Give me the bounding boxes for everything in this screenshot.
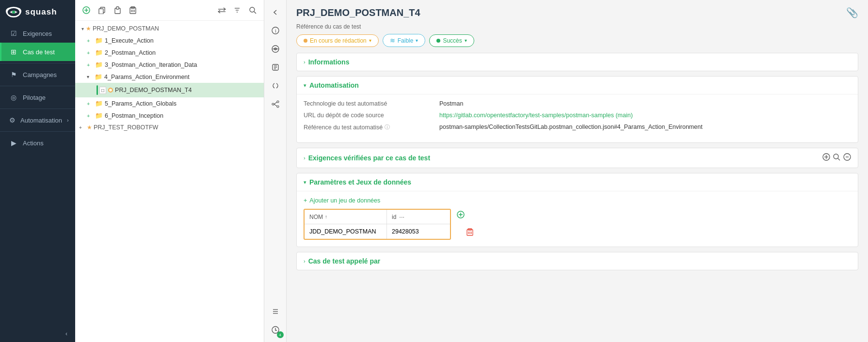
section-cas-appele: › Cas de test appelé par [296, 252, 858, 270]
sidebar-item-label-cas-de-test: Cas de test [23, 48, 55, 56]
svg-line-33 [274, 104, 277, 106]
section-params-header[interactable]: ▾ Paramètres et Jeux de données [297, 173, 858, 191]
page-title: PRJ_DEMO_POSTMAN_T4 [296, 7, 840, 18]
col-options-button[interactable]: ··· [399, 213, 404, 220]
tree-project-1-label: PRJ_DEMO_POSTMAN [93, 25, 159, 32]
section-exigences-header[interactable]: › Exigences vérifiées par ce cas de test [297, 148, 858, 168]
section-params-body: + Ajouter un jeu de données NOM ↑ id ·· [297, 191, 858, 247]
tree-panel: ▾ ★ PRJ_DEMO_POSTMAN + 📁 1_Execute_Actio… [75, 0, 264, 342]
folder-2-icon: 📁 [95, 49, 103, 56]
tree-search-button[interactable] [246, 4, 259, 16]
link-button[interactable] [267, 41, 284, 57]
info-row-reference: Référence du test automatisé ⓘ postman-s… [304, 124, 851, 131]
add-child-icon-6: + [87, 113, 94, 119]
list-view-button[interactable] [267, 303, 284, 320]
section-informations-header[interactable]: › Informations [297, 53, 858, 71]
add-project-2-icon: + [79, 125, 86, 130]
checklist-button[interactable] [267, 59, 284, 76]
svg-point-29 [277, 101, 279, 103]
sidebar-item-exigences[interactable]: ☑ Exigences [0, 24, 75, 43]
status-redaction-button[interactable]: En cours de rédaction ▾ [296, 34, 379, 47]
tree-testcase-1[interactable]: □ PRJ_DEMO_POSTMAN_T4 [75, 83, 264, 97]
tree-testcase-1-label: PRJ_DEMO_POSTMAN_T4 [115, 87, 192, 93]
sort-up-icon: ↑ [325, 214, 327, 219]
tree-folder-3[interactable]: + 📁 3_Postman_Action_Iteration_Data [75, 59, 264, 71]
tree-content: ▾ ★ PRJ_DEMO_POSTMAN + 📁 1_Execute_Actio… [75, 21, 264, 342]
tree-sort-button[interactable] [231, 4, 243, 16]
add-dataset-plus-icon: + [304, 197, 307, 204]
sidebar-item-actions[interactable]: ▶ Actions [0, 134, 75, 152]
section-exigences-actions [822, 153, 851, 163]
technologie-label: Technologie du test automatisé [304, 100, 439, 107]
tree-add-button[interactable] [80, 4, 93, 16]
tree-paste-button[interactable] [111, 4, 124, 16]
folder-6-icon: 📁 [95, 112, 103, 119]
col-id: id ··· [387, 210, 450, 224]
main-scroll[interactable]: › Informations ▾ Automatisation Technolo… [287, 53, 868, 342]
tree-folder-1[interactable]: + 📁 1_Execute_Action [75, 34, 264, 47]
tree-folder-5[interactable]: + 📁 5_Params_Action_Globals [75, 97, 264, 109]
status-faible-button[interactable]: ≋ Faible ▾ [383, 34, 426, 47]
table-row: JDD_DEMO_POSTMAN 29428053 [305, 224, 450, 239]
add-child-icon-2: + [87, 50, 94, 56]
cell-id: 29428053 [387, 224, 450, 239]
sidebar-item-pilotage[interactable]: ◎ Pilotage [0, 88, 75, 107]
status-bar: En cours de rédaction ▾ ≋ Faible ▾ Succè… [287, 34, 868, 53]
cell-nom: JDD_DEMO_POSTMAN [305, 224, 387, 239]
add-dataset-button[interactable]: + Ajouter un jeu de données [304, 197, 851, 204]
braces-button[interactable] [267, 78, 284, 94]
tree-copy-button[interactable] [96, 4, 108, 16]
tree-folder-6[interactable]: + 📁 6_Postman_Inception [75, 109, 264, 122]
sidebar-item-label-campagnes: Campagnes [23, 71, 57, 78]
section-cas-appele-header[interactable]: › Cas de test appelé par [297, 252, 858, 270]
section-automatisation-header[interactable]: ▾ Automatisation [297, 77, 858, 94]
exigences-icon: ☑ [9, 30, 18, 37]
exigences-remove-button[interactable] [843, 153, 851, 163]
info-button[interactable]: i [267, 22, 284, 39]
table-delete-actions [466, 228, 473, 238]
table-delete-button[interactable] [466, 228, 473, 238]
url-label: URL du dépôt de code source [304, 112, 439, 119]
exigences-title: Exigences vérifiées par ce cas de test [308, 154, 430, 162]
table-side-actions [457, 211, 465, 220]
tree-project-1[interactable]: ▾ ★ PRJ_DEMO_POSTMAN [75, 23, 264, 34]
tc-status-icon [108, 88, 113, 93]
help-icon: ⓘ [385, 124, 390, 131]
sidebar-collapse-button[interactable]: ‹ [0, 326, 75, 342]
tree-folder-2[interactable]: + 📁 2_Postman_Action [75, 47, 264, 59]
info-row-url: URL du dépôt de code source https://gitl… [304, 112, 851, 119]
tree-transfer-button[interactable] [215, 4, 228, 16]
succes-chevron-icon: ▾ [465, 38, 467, 43]
succes-dot [436, 39, 440, 43]
status-succes-button[interactable]: Succès ▾ [429, 34, 474, 47]
tree-folder-3-label: 3_Postman_Action_Iteration_Data [105, 62, 197, 68]
sidebar-item-cas-de-test[interactable]: ⊞ Cas de test [0, 43, 75, 61]
tree-project-2[interactable]: + ★ PRJ_TEST_ROBOTFW [75, 122, 264, 133]
logo-text: squash [25, 7, 57, 17]
status-redaction-label: En cours de rédaction [310, 37, 367, 44]
automatisation-icon: ⚙ [9, 116, 16, 124]
exigences-add-button[interactable] [822, 153, 830, 163]
url-link[interactable]: https://gitlab.com/opentestfactory/test-… [439, 112, 614, 119]
main-header: PRJ_DEMO_POSTMAN_T4 📎 [287, 0, 868, 23]
tree-delete-button[interactable] [127, 4, 139, 16]
sidebar-item-campagnes[interactable]: ⚑ Campagnes [0, 65, 75, 84]
exigences-search-button[interactable] [833, 154, 840, 163]
param-table: NOM ↑ id ··· JDD_DEMO_POSTMAN 29428053 [304, 209, 451, 240]
cas-appele-title: Cas de test appelé par [308, 257, 381, 265]
tree-collapse-icon: ▾ [87, 74, 94, 79]
table-add-button[interactable] [457, 211, 465, 220]
logo: squash [0, 0, 75, 24]
collapse-panel-button[interactable] [267, 4, 284, 20]
svg-rect-6 [99, 9, 103, 14]
tree-folder-4[interactable]: ▾ 📁 4_Params_Action_Environment [75, 71, 264, 83]
sidebar-item-automatisation[interactable]: ⚙ Automatisation › [0, 111, 75, 129]
redaction-chevron-icon: ▾ [369, 38, 371, 43]
attach-icon[interactable]: 📎 [846, 7, 858, 18]
tree-folder-6-label: 6_Postman_Inception [105, 112, 163, 119]
section-automatisation-body: Technologie du test automatisé Postman U… [297, 94, 858, 142]
redaction-dot [304, 39, 307, 43]
svg-point-19 [250, 7, 255, 12]
star-2-icon: ★ [87, 124, 92, 131]
share-button[interactable] [267, 96, 284, 112]
